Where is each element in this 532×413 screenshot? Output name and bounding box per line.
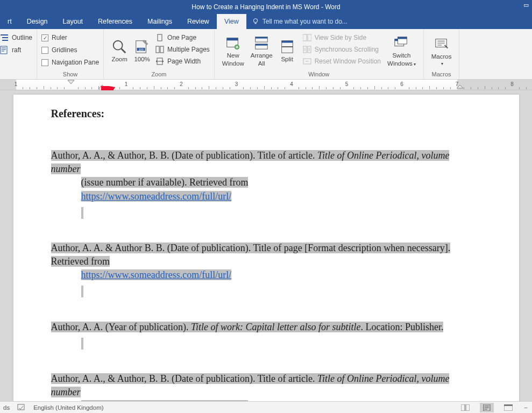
window-title: How to Create a Hanging Indent in MS Wor… — [191, 3, 340, 11]
macros-dropdown-icon: ▾ — [441, 61, 443, 66]
print-layout-button[interactable] — [480, 403, 494, 412]
ruler-number: 1 — [125, 81, 128, 87]
sync-scroll-label: Synchronous Scrolling — [315, 46, 379, 53]
zoom-100-button[interactable]: 100 100% — [131, 31, 153, 71]
svg-rect-17 — [256, 37, 268, 39]
macros-label: Macros — [431, 53, 452, 60]
tab-review[interactable]: Review — [180, 14, 217, 29]
page-width-button[interactable]: Page Width — [155, 56, 210, 67]
language-status[interactable]: English (United Kingdom) — [33, 404, 103, 411]
tab-references[interactable]: References — [90, 14, 140, 29]
right-indent-marker[interactable] — [456, 84, 464, 90]
new-window-button[interactable]: New Window — [219, 31, 247, 71]
svg-rect-38 — [466, 404, 470, 411]
horizontal-ruler[interactable]: 112345678 — [0, 80, 532, 90]
reset-window-position-button: Reset Window Position — [303, 56, 381, 67]
ruler-number: 6 — [400, 81, 403, 87]
macros-button[interactable]: Macros ▾ — [428, 31, 455, 71]
svg-rect-1 — [1, 34, 8, 35]
svg-rect-37 — [461, 404, 465, 411]
window-group-label: Window — [219, 71, 419, 79]
new-window-label1: New — [227, 52, 239, 59]
zoom-button[interactable]: Zoom — [108, 31, 131, 71]
reference-3[interactable]: Author, A. A. (Year of publication). Tit… — [51, 321, 481, 350]
gridlines-label: Gridlines — [52, 46, 77, 54]
lightbulb-icon — [252, 18, 259, 25]
reference-2[interactable]: Author, A. A. & Author B. B. (Date of pu… — [51, 241, 481, 298]
multiple-pages-button[interactable]: Multiple Pages — [155, 44, 210, 55]
one-page-button[interactable]: One Page — [155, 32, 210, 43]
svg-rect-9 — [158, 34, 162, 41]
tell-me[interactable]: Tell me what you want to do... — [246, 14, 347, 29]
svg-rect-14 — [227, 38, 238, 40]
svg-marker-32 — [68, 80, 74, 84]
outline-label: Outline — [12, 34, 32, 41]
status-words[interactable]: ds — [3, 404, 10, 411]
proofing-icon[interactable] — [17, 403, 26, 412]
draft-view-button[interactable]: raft — [0, 45, 32, 55]
ruler-number: 5 — [345, 81, 349, 87]
views-group-label — [0, 71, 32, 79]
svg-point-0 — [253, 19, 257, 23]
svg-rect-21 — [281, 41, 293, 43]
zoom-out-button[interactable]: − — [523, 404, 529, 411]
ref1-link[interactable]: https://www.someaddress.com/full/url/ — [81, 191, 232, 202]
svg-rect-2 — [2, 37, 8, 38]
ruler-number: 8 — [510, 81, 514, 87]
one-page-label: One Page — [167, 34, 196, 41]
switch-windows-button[interactable]: Switch Windows▾ — [384, 31, 419, 71]
tab-view[interactable]: View — [217, 14, 246, 29]
window-controls: ▭ — [518, 1, 529, 9]
svg-rect-22 — [303, 34, 307, 41]
read-mode-button[interactable] — [458, 403, 472, 412]
svg-rect-10 — [156, 46, 159, 53]
tell-me-label: Tell me what you want to do... — [263, 18, 347, 25]
page: References: Author, A. A., & Author, B. … — [13, 95, 519, 401]
reset-window-icon — [303, 58, 311, 65]
svg-text:100: 100 — [139, 48, 144, 51]
split-label: Split — [281, 56, 293, 63]
ruler-label: Ruler — [52, 34, 67, 41]
ribbon-tabs: rt Design Layout References Mailings Rev… — [0, 14, 532, 29]
svg-point-5 — [114, 41, 123, 50]
web-layout-button[interactable] — [501, 403, 515, 412]
ref3-italic: Title of work: Capital letter also for s… — [191, 322, 361, 332]
ruler-number: 1 — [15, 81, 18, 87]
split-icon — [279, 39, 295, 55]
tab-layout[interactable]: Layout — [55, 14, 91, 29]
reference-4[interactable]: Author, A. A., & Author, B. B. (Date of … — [51, 372, 481, 401]
ref3-text1: Author, A. A. (Year of publication). — [51, 322, 191, 332]
ref2-link[interactable]: https://www.someaddress.com/full/url/ — [81, 269, 232, 280]
outline-icon — [0, 33, 9, 42]
arrange-all-icon — [253, 35, 269, 51]
tab-insert[interactable]: rt — [0, 14, 19, 29]
zoom-group-label: Zoom — [108, 71, 210, 79]
tab-mailings[interactable]: Mailings — [140, 14, 180, 29]
document-area[interactable]: References: Author, A. A., & Author, B. … — [0, 90, 532, 401]
ribbon: Outline raft ✓Ruler Gridlines Navigation… — [0, 29, 532, 80]
navpane-label: Navigation Pane — [52, 59, 99, 66]
outline-view-button[interactable]: Outline — [0, 32, 32, 43]
arrange-all-button[interactable]: Arrange All — [247, 31, 276, 71]
svg-rect-30 — [398, 37, 407, 39]
gridlines-checkbox[interactable]: Gridlines — [41, 45, 99, 55]
svg-rect-11 — [160, 46, 164, 53]
page-width-label: Page Width — [167, 58, 201, 65]
zoom-icon — [111, 39, 127, 55]
ribbon-options-icon[interactable]: ▭ — [523, 2, 529, 8]
ruler-number: 4 — [290, 81, 293, 87]
ref3-text2: . Location: Publisher. — [360, 322, 443, 332]
split-button[interactable]: Split — [276, 31, 299, 71]
navigation-pane-checkbox[interactable]: Navigation Pane — [41, 57, 99, 68]
ruler-number: 2 — [180, 81, 183, 87]
ruler-checkbox[interactable]: ✓Ruler — [41, 32, 99, 43]
reference-1[interactable]: Author, A. A., & Author, B. B. (Date of … — [51, 149, 481, 219]
first-line-indent-marker[interactable] — [67, 80, 75, 85]
zoom-100-icon: 100 — [134, 39, 150, 55]
tab-design[interactable]: Design — [19, 14, 55, 29]
macros-group-label: Macros — [428, 71, 455, 79]
hanging-indent-marker[interactable] — [98, 84, 106, 90]
switch-label2: Windows▾ — [387, 60, 416, 67]
svg-rect-41 — [504, 404, 513, 406]
view-side-by-side-button: View Side by Side — [303, 32, 381, 43]
